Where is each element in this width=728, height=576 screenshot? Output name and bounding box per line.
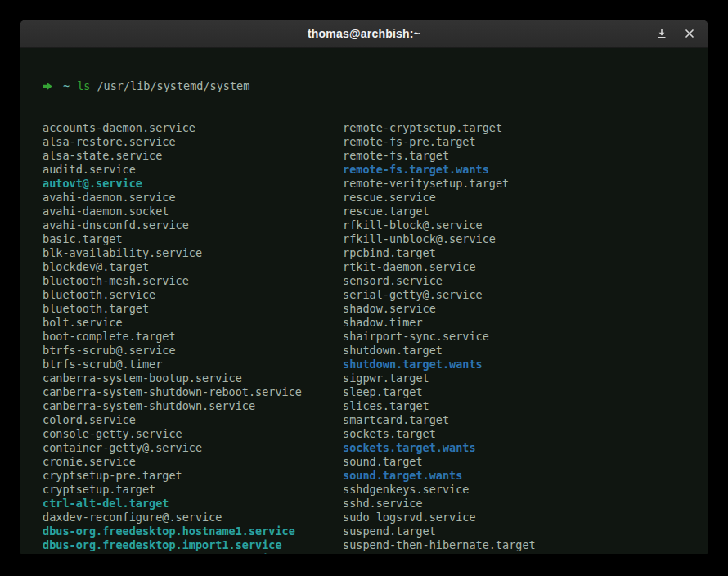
listing-row: alsa-state.serviceremote-fs.target	[43, 149, 703, 163]
listing-row: blockdev@.targetrtkit-daemon.service	[43, 260, 703, 274]
prompt-arrow-icon	[43, 82, 52, 91]
file-name: sigpwr.target	[343, 371, 429, 385]
listing-row: daxdev-reconfigure@.servicesudo_logsrvd.…	[43, 511, 703, 524]
file-name: auditd.service	[43, 163, 343, 177]
terminal-screen[interactable]: ~ls/usr/lib/systemd/system accounts-daem…	[20, 48, 708, 554]
file-name: dbus-org.freedesktop.import1.service	[43, 538, 343, 552]
listing-row: bolt.serviceshadow.timer	[43, 316, 703, 330]
listing-row: autovt@.serviceremote-veritysetup.target	[43, 177, 703, 191]
file-name: daxdev-reconfigure@.service	[43, 511, 343, 524]
file-name: sound.target.wants	[343, 469, 462, 483]
listing-row: console-getty.servicesockets.target	[43, 427, 703, 441]
listing-row: bluetooth.serviceserial-getty@.service	[43, 288, 703, 302]
file-name: btrfs-scrub@.service	[43, 344, 343, 358]
file-name: shutdown.target.wants	[343, 358, 483, 371]
file-name: sudo_logsrvd.service	[343, 511, 476, 524]
file-name: remote-fs.target.wants	[343, 163, 489, 177]
file-name: canberra-system-shutdown-reboot.service	[43, 385, 343, 399]
file-name: console-getty.service	[43, 427, 343, 441]
file-name: cronie.service	[43, 455, 343, 469]
file-name: sockets.target.wants	[343, 441, 476, 455]
file-name: avahi-daemon.socket	[43, 205, 343, 218]
file-name: rescue.target	[343, 205, 429, 218]
listing-row: basic.targetrfkill-unblock@.service	[43, 232, 703, 246]
listing-row: avahi-daemon.socketrescue.target	[43, 205, 703, 218]
listing-row: dbus-org.freedesktop.import1.servicesusp…	[43, 538, 703, 552]
file-name: sound.target	[343, 455, 423, 469]
file-name: remote-veritysetup.target	[343, 177, 509, 191]
terminal-window: thomas@archbish:~ ~ls/usr/lib/systemd/sy…	[20, 20, 708, 554]
listing-row: accounts-daemon.serviceremote-cryptsetup…	[43, 121, 703, 135]
file-name: shutdown.target	[343, 344, 443, 358]
file-name: autovt@.service	[43, 177, 343, 191]
file-name: accounts-daemon.service	[43, 121, 343, 135]
listing-row: canberra-system-shutdown.serviceslices.t…	[43, 399, 703, 413]
file-name: rescue.service	[343, 191, 436, 205]
file-name: bluetooth-mesh.service	[43, 274, 343, 288]
listing-row: cryptsetup.targetsshdgenkeys.service	[43, 483, 703, 497]
file-name: rpcbind.target	[343, 246, 436, 260]
file-name: cryptsetup-pre.target	[43, 469, 343, 483]
shell-prompt: ~ls/usr/lib/systemd/system	[43, 79, 703, 93]
file-name: smartcard.target	[343, 413, 449, 427]
listing-row: dbus-org.freedesktop.hostname1.servicesu…	[43, 524, 703, 538]
file-name: suspend-then-hibernate.target	[343, 538, 536, 552]
file-name: serial-getty@.service	[343, 288, 483, 302]
file-name: remote-fs.target	[343, 149, 449, 163]
listing-row: btrfs-scrub@.timershutdown.target.wants	[43, 358, 703, 371]
file-name: bolt.service	[43, 316, 343, 330]
listing-row: avahi-daemon.servicerescue.service	[43, 191, 703, 205]
file-name: btrfs-scrub@.timer	[43, 358, 343, 371]
file-name: basic.target	[43, 232, 343, 246]
file-name: rfkill-block@.service	[343, 218, 483, 232]
file-name: container-getty@.service	[43, 441, 343, 455]
file-name: shadow.service	[343, 302, 436, 316]
file-name: bluetooth.target	[43, 302, 343, 316]
listing-row: canberra-system-shutdown-reboot.services…	[43, 385, 703, 399]
prompt-command: ls	[77, 79, 90, 93]
file-name: remote-fs-pre.target	[343, 135, 476, 149]
file-name: rtkit-daemon.service	[343, 260, 476, 274]
file-name: blk-availability.service	[43, 246, 343, 260]
listing-row: ctrl-alt-del.targetsshd.service	[43, 497, 703, 511]
listing-row: avahi-dnsconfd.servicerfkill-block@.serv…	[43, 218, 703, 232]
file-name: avahi-dnsconfd.service	[43, 218, 343, 232]
file-name: slices.target	[343, 399, 429, 413]
titlebar[interactable]: thomas@archbish:~	[20, 20, 708, 48]
file-name: canberra-system-shutdown.service	[43, 399, 343, 413]
listing-row: btrfs-scrub@.serviceshutdown.target	[43, 344, 703, 358]
file-name: sockets.target	[343, 427, 436, 441]
file-name: avahi-daemon.service	[43, 191, 343, 205]
file-name: ctrl-alt-del.target	[43, 497, 343, 511]
file-name: shadow.timer	[343, 316, 423, 330]
listing-row: auditd.serviceremote-fs.target.wants	[43, 163, 703, 177]
listing-row: bluetooth.targetshadow.service	[43, 302, 703, 316]
listing-row: canberra-system-bootup.servicesigpwr.tar…	[43, 371, 703, 385]
titlebar-actions	[654, 20, 697, 47]
file-name: boot-complete.target	[43, 330, 343, 344]
listing-row: bluetooth-mesh.servicesensord.service	[43, 274, 703, 288]
listing-row: boot-complete.targetshairport-sync.servi…	[43, 330, 703, 344]
download-icon[interactable]	[654, 26, 669, 41]
file-name: sensord.service	[343, 274, 443, 288]
listing-row: dbus-org.freedesktop.locale1.serviceswap…	[43, 552, 703, 554]
listing-row: blk-availability.servicerpcbind.target	[43, 246, 703, 260]
listing-row: container-getty@.servicesockets.target.w…	[43, 441, 703, 455]
listing-row: cronie.servicesound.target	[43, 455, 703, 469]
file-name: cryptsetup.target	[43, 483, 343, 497]
close-icon[interactable]	[682, 26, 697, 41]
listing-row: cryptsetup-pre.targetsound.target.wants	[43, 469, 703, 483]
file-name: sshdgenkeys.service	[343, 483, 469, 497]
file-name: shairport-sync.service	[343, 330, 489, 344]
file-name: dbus-org.freedesktop.hostname1.service	[43, 524, 343, 538]
file-name: remote-cryptsetup.target	[343, 121, 502, 135]
prompt-cwd: ~	[63, 79, 70, 93]
file-listing: accounts-daemon.serviceremote-cryptsetup…	[43, 121, 703, 554]
listing-row: alsa-restore.serviceremote-fs-pre.target	[43, 135, 703, 149]
file-name: rfkill-unblock@.service	[343, 232, 496, 246]
file-name: canberra-system-bootup.service	[43, 371, 343, 385]
prompt-argument: /usr/lib/systemd/system	[97, 79, 249, 93]
file-name: blockdev@.target	[43, 260, 343, 274]
file-name: bluetooth.service	[43, 288, 343, 302]
file-name: suspend.target	[343, 524, 436, 538]
